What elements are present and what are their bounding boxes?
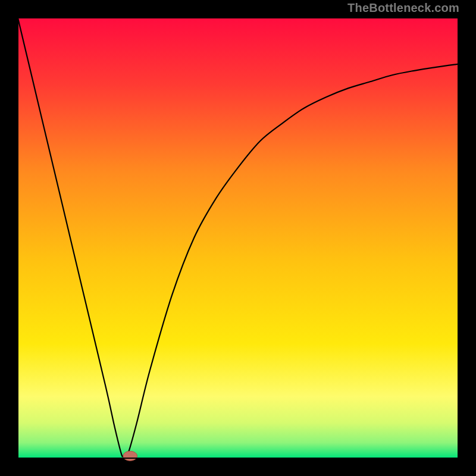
plot-background <box>18 18 458 458</box>
watermark-text: TheBottleneck.com <box>347 1 459 15</box>
chart-stage: TheBottleneck.com <box>0 0 476 476</box>
bottleneck-chart <box>0 0 476 476</box>
minimum-marker <box>123 451 137 461</box>
